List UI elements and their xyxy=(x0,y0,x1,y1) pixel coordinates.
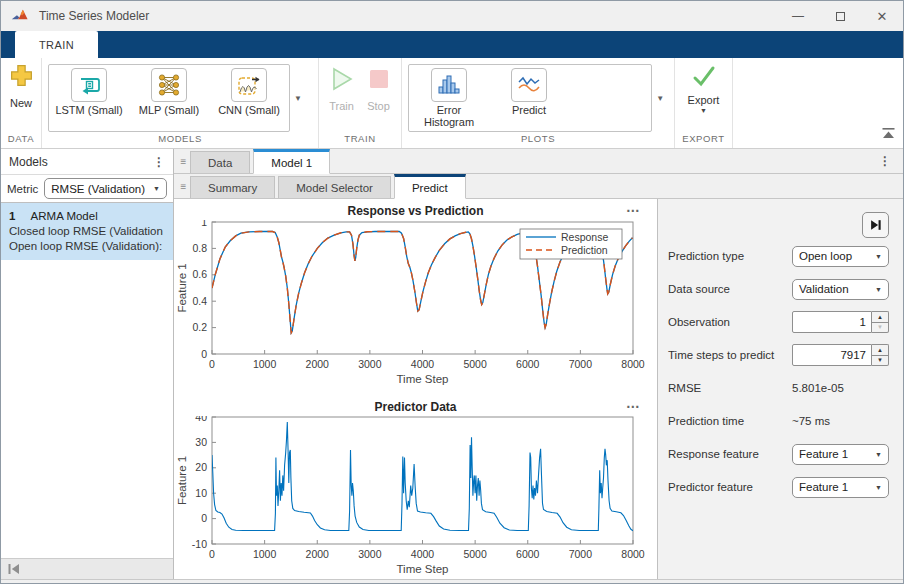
toolstrip-section-export: Export ▼ EXPORT xyxy=(675,58,733,148)
document-area: ≡ Data Model 1 ⋮ ≡ Summary Model Selecto… xyxy=(174,149,903,581)
prediction-type-row: Prediction type Open loop ▼ xyxy=(668,245,889,267)
svg-text:Time Step: Time Step xyxy=(397,373,449,385)
collapse-panel-right-button[interactable] xyxy=(862,212,889,238)
subtab-model-selector[interactable]: Model Selector xyxy=(278,176,391,198)
models-panel-title: Models xyxy=(9,155,48,169)
collapse-ribbon-button[interactable] xyxy=(882,125,895,143)
svg-text:3000: 3000 xyxy=(358,358,382,370)
chart-options-icon[interactable]: ⋯ xyxy=(626,202,641,218)
svg-text:Time Step: Time Step xyxy=(397,563,449,575)
plot-predict-button[interactable]: Predict xyxy=(489,65,569,131)
svg-text:5000: 5000 xyxy=(463,548,487,560)
svg-text:0.8: 0.8 xyxy=(192,242,207,254)
toolstrip-section-plots: Error Histogram Predict ▼ PLOTS xyxy=(402,58,675,148)
svg-text:4000: 4000 xyxy=(411,548,435,560)
subtab-summary[interactable]: Summary xyxy=(190,176,275,198)
time-steps-input[interactable] xyxy=(792,344,872,366)
svg-text:Response: Response xyxy=(561,231,608,243)
response-feature-dropdown[interactable]: Feature 1 ▼ xyxy=(792,444,889,465)
predictor-feature-label: Predictor feature xyxy=(668,481,792,493)
train-button[interactable]: Train xyxy=(325,66,358,112)
stop-button[interactable]: Stop xyxy=(362,66,395,112)
subtab-predict[interactable]: Predict xyxy=(394,174,466,199)
svg-text:7000: 7000 xyxy=(569,358,593,370)
collapse-panel-left-icon[interactable] xyxy=(8,561,20,579)
model-lstm-small-button[interactable]: LSTM (Small) xyxy=(49,65,129,131)
plots-gallery-dropdown-icon[interactable]: ▼ xyxy=(652,64,668,132)
chart-title: Predictor Data xyxy=(174,400,657,416)
section-label-train: TRAIN xyxy=(319,133,401,148)
window-title: Time Series Modeler xyxy=(39,9,149,23)
tab-model-1[interactable]: Model 1 xyxy=(253,149,330,174)
data-source-row: Data source Validation ▼ xyxy=(668,278,889,300)
ribbon-tab-row: TRAIN xyxy=(1,31,903,58)
time-steps-row: Time steps to predict ▲ ▼ xyxy=(668,344,889,366)
spinner-down-icon[interactable]: ▼ xyxy=(872,322,889,334)
tab-train[interactable]: TRAIN xyxy=(15,31,98,58)
rmse-label: RMSE xyxy=(668,382,792,394)
tab-data[interactable]: Data xyxy=(190,151,250,173)
chevron-down-icon: ▼ xyxy=(149,185,160,192)
export-dropdown-icon: ▼ xyxy=(700,107,707,114)
toolstrip-section-data: New DATA xyxy=(1,58,42,148)
spinner-up-icon[interactable]: ▲ xyxy=(872,344,889,355)
document-tab-row: ≡ Data Model 1 ⋮ xyxy=(174,149,903,174)
subtab-drag-grip-icon[interactable]: ≡ xyxy=(177,174,190,198)
models-gallery-dropdown-icon[interactable]: ▼ xyxy=(290,64,306,132)
metric-label: Metric xyxy=(7,183,38,195)
section-label-models: MODELS xyxy=(42,133,318,148)
svg-text:1: 1 xyxy=(201,220,207,228)
spinner-up-icon[interactable]: ▲ xyxy=(872,311,889,322)
svg-text:10: 10 xyxy=(195,487,207,499)
predictor-data-chart: Predictor Data ⋯ 01000200030004000500060… xyxy=(174,400,657,581)
plot-error-histogram-button[interactable]: Error Histogram xyxy=(409,65,489,131)
model-metric-line-closed: Closed loop RMSE (Validation xyxy=(9,224,173,239)
svg-text:0.2: 0.2 xyxy=(192,321,207,333)
metric-dropdown[interactable]: RMSE (Validation) ▼ xyxy=(44,178,167,199)
svg-text:0.4: 0.4 xyxy=(192,295,207,307)
observation-input[interactable] xyxy=(792,311,872,333)
rmse-value: 5.801e-05 xyxy=(792,382,889,394)
section-label-data: DATA xyxy=(1,133,41,148)
matlab-logo-icon xyxy=(11,8,30,24)
rmse-row: RMSE 5.801e-05 xyxy=(668,377,889,399)
data-source-dropdown[interactable]: Validation ▼ xyxy=(792,279,889,300)
error-histogram-icon xyxy=(431,68,467,102)
cnn-icon xyxy=(231,68,267,102)
svg-text:1000: 1000 xyxy=(253,548,277,560)
metric-row: Metric RMSE (Validation) ▼ xyxy=(1,175,173,203)
chevron-down-icon: ▼ xyxy=(871,253,882,260)
time-steps-label: Time steps to predict xyxy=(668,349,792,361)
export-button[interactable]: Export ▼ xyxy=(684,64,724,114)
models-panel-menu-icon[interactable]: ⋮ xyxy=(153,155,165,169)
predictor-feature-dropdown[interactable]: Feature 1 ▼ xyxy=(792,477,889,498)
metric-dropdown-value: RMSE (Validation) xyxy=(51,183,145,195)
maximize-button[interactable] xyxy=(819,1,861,31)
svg-text:Prediction: Prediction xyxy=(561,244,608,256)
model-subtab-row: ≡ Summary Model Selector Predict xyxy=(174,174,903,199)
model-list: 1 ARMA Model Closed loop RMSE (Validatio… xyxy=(1,203,173,558)
svg-text:0.6: 0.6 xyxy=(192,268,207,280)
minimize-button[interactable]: — xyxy=(777,1,819,31)
close-button[interactable]: ✕ xyxy=(861,1,903,31)
spinner-down-icon[interactable]: ▼ xyxy=(872,355,889,367)
svg-text:6000: 6000 xyxy=(516,358,540,370)
new-session-button[interactable]: New xyxy=(7,62,35,109)
model-list-item-selected[interactable]: 1 ARMA Model Closed loop RMSE (Validatio… xyxy=(1,203,173,260)
svg-text:3000: 3000 xyxy=(358,548,382,560)
play-icon xyxy=(330,66,354,96)
response-feature-label: Response feature xyxy=(668,448,792,460)
tab-drag-grip-icon[interactable]: ≡ xyxy=(177,149,190,173)
document-tabs-menu-icon[interactable]: ⋮ xyxy=(879,154,891,168)
model-mlp-small-button[interactable]: MLP (Small) xyxy=(129,65,209,131)
models-panel-footer xyxy=(1,558,173,581)
observation-stepper: ▲ ▼ xyxy=(792,311,889,333)
prediction-time-row: Prediction time ~75 ms xyxy=(668,410,889,432)
predict-panel: Response vs Prediction ⋯ 010002000300040… xyxy=(174,199,903,581)
svg-text:8000: 8000 xyxy=(621,358,645,370)
model-cnn-small-button[interactable]: CNN (Small) xyxy=(209,65,289,131)
prediction-type-dropdown[interactable]: Open loop ▼ xyxy=(792,246,889,267)
prediction-type-label: Prediction type xyxy=(668,250,792,262)
svg-text:7000: 7000 xyxy=(569,548,593,560)
chart-options-icon[interactable]: ⋯ xyxy=(626,398,641,414)
